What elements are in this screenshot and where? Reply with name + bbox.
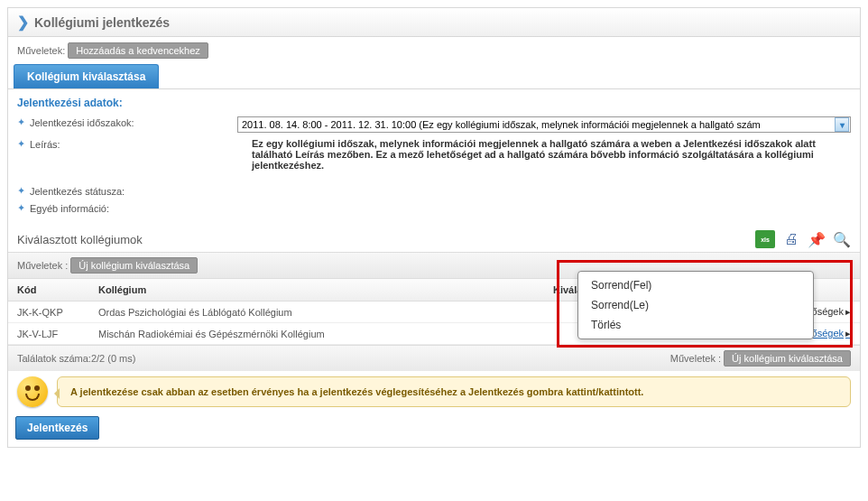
col-name[interactable]: Kollégium	[89, 279, 544, 302]
cell-code: JK-V-LJF	[8, 323, 89, 345]
grid-title: Kiválasztott kollégiumok	[17, 233, 143, 246]
field-value-desc: Ez egy kollégiumi időszak, melynek infor…	[252, 138, 851, 171]
cell-name: Mischán Radiokémiai és Gépészmérnöki Kol…	[89, 323, 544, 345]
field-label-period: Jelentkezési időszakok:	[30, 117, 134, 128]
submit-button[interactable]: Jelentkezés	[15, 416, 99, 440]
pin-icon[interactable]: 📌	[808, 230, 826, 248]
export-xls-icon[interactable]: xls	[755, 230, 775, 248]
menu-order-down[interactable]: Sorrend(Le)	[578, 295, 813, 315]
context-menu: Sorrend(Fel) Sorrend(Le) Törlés	[577, 271, 814, 339]
cell-name: Ordas Pszichológiai és Láblógató Kollégi…	[89, 302, 544, 323]
menu-delete[interactable]: Törlés	[578, 315, 813, 335]
diamond-icon: ✦	[17, 138, 25, 150]
diamond-icon: ✦	[17, 116, 25, 128]
diamond-icon: ✦	[17, 185, 25, 197]
field-label-desc: Leírás:	[30, 139, 60, 150]
page-title: Kollégiumi jelentkezés	[34, 15, 170, 30]
result-count: Találatok száma:2/2 (0 ms)	[17, 353, 135, 364]
field-label-status: Jelentkezés státusza:	[30, 186, 125, 197]
menu-order-up[interactable]: Sorrend(Fel)	[578, 275, 813, 295]
period-select[interactable]	[237, 116, 851, 133]
grid-ops-label: Műveletek :	[17, 260, 68, 271]
print-icon[interactable]: 🖨	[782, 230, 800, 248]
smiley-icon	[17, 376, 48, 407]
cell-code: JK-K-QKP	[8, 302, 89, 323]
grid-ops-label-bottom: Műveletek :	[670, 353, 721, 364]
section-title: Jelentkezési adatok:	[17, 97, 851, 109]
ops-label: Műveletek:	[17, 45, 65, 56]
notice-text: A jelentkezése csak abban az esetben érv…	[57, 376, 851, 407]
add-to-favorites-button[interactable]: Hozzáadás a kedvencekhez	[68, 42, 208, 59]
search-icon[interactable]: 🔍	[833, 230, 851, 248]
tab-select-college[interactable]: Kollégium kiválasztása	[14, 64, 159, 88]
chevron-right-icon: ❯	[17, 14, 29, 31]
new-college-button[interactable]: Új kollégium kiválasztása	[70, 257, 198, 274]
col-code[interactable]: Kód	[8, 279, 89, 302]
field-label-other: Egyéb információ:	[30, 203, 109, 214]
new-college-button-bottom[interactable]: Új kollégium kiválasztása	[724, 350, 851, 366]
diamond-icon: ✦	[17, 202, 25, 214]
